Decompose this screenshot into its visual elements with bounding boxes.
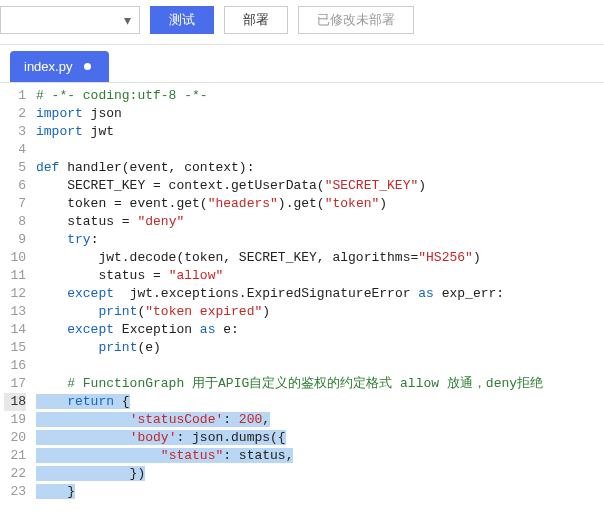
line-number: 22 [4,465,26,483]
line-number: 1 [4,87,26,105]
line-number: 14 [4,321,26,339]
code-line[interactable]: # FunctionGraph 用于APIG自定义的鉴权的约定格式 allow … [36,375,543,393]
line-number: 12 [4,285,26,303]
line-number: 23 [4,483,26,501]
code-line[interactable] [36,357,543,375]
code-line[interactable]: 'body': json.dumps({ [36,429,543,447]
tab-index-py[interactable]: index.py [10,51,109,82]
line-number: 11 [4,267,26,285]
line-number: 9 [4,231,26,249]
code-editor[interactable]: 1234567891011121314151617181920212223 # … [0,82,604,505]
deploy-status-button[interactable]: 已修改未部署 [298,6,414,34]
line-number: 4 [4,141,26,159]
code-line[interactable]: import jwt [36,123,543,141]
code-line[interactable]: # -*- coding:utf-8 -*- [36,87,543,105]
line-number: 20 [4,429,26,447]
code-line[interactable]: except Exception as e: [36,321,543,339]
code-line[interactable]: "status": status, [36,447,543,465]
code-line[interactable]: try: [36,231,543,249]
line-number: 16 [4,357,26,375]
runtime-dropdown[interactable]: ▾ [0,6,140,34]
test-button[interactable]: 测试 [150,6,214,34]
code-line[interactable]: 'statusCode': 200, [36,411,543,429]
code-line[interactable]: except jwt.exceptions.ExpiredSignatureEr… [36,285,543,303]
code-line[interactable]: } [36,483,543,501]
line-number: 19 [4,411,26,429]
line-number: 10 [4,249,26,267]
chevron-down-icon: ▾ [124,12,131,28]
code-line[interactable]: print(e) [36,339,543,357]
tab-bar: index.py [0,45,604,82]
code-line[interactable]: status = "deny" [36,213,543,231]
code-line[interactable]: }) [36,465,543,483]
line-number: 6 [4,177,26,195]
unsaved-indicator-icon [84,63,91,70]
code-line[interactable]: print("token expired") [36,303,543,321]
code-area[interactable]: # -*- coding:utf-8 -*-import jsonimport … [36,83,543,505]
code-line[interactable]: def handler(event, context): [36,159,543,177]
line-number: 15 [4,339,26,357]
deploy-button[interactable]: 部署 [224,6,288,34]
line-number: 13 [4,303,26,321]
code-line[interactable]: jwt.decode(token, SECRET_KEY, algorithms… [36,249,543,267]
line-number: 21 [4,447,26,465]
code-line[interactable]: import json [36,105,543,123]
tab-filename: index.py [24,59,72,74]
line-number: 7 [4,195,26,213]
line-number: 17 [4,375,26,393]
line-number: 2 [4,105,26,123]
line-number: 8 [4,213,26,231]
code-line[interactable]: token = event.get("headers").get("token"… [36,195,543,213]
line-number: 3 [4,123,26,141]
line-number-gutter: 1234567891011121314151617181920212223 [0,83,36,505]
line-number: 18 [4,393,26,411]
code-line[interactable] [36,141,543,159]
code-line[interactable]: status = "allow" [36,267,543,285]
editor-toolbar: ▾ 测试 部署 已修改未部署 [0,0,604,45]
code-line[interactable]: SECRET_KEY = context.getUserData("SECRET… [36,177,543,195]
code-line[interactable]: return { [36,393,543,411]
line-number: 5 [4,159,26,177]
